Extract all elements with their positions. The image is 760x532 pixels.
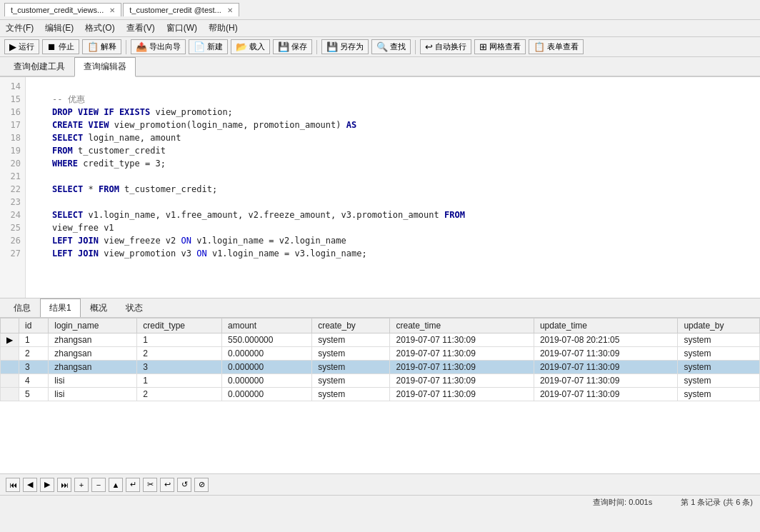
- cell-id: 3: [19, 361, 49, 374]
- menu-item-格式(O)[interactable]: 格式(O): [84, 21, 116, 35]
- toolbar-btn-load[interactable]: 📂载入: [231, 39, 270, 54]
- cell-id: 4: [19, 374, 49, 388]
- run-icon: ▶: [9, 41, 16, 52]
- menu-item-窗口(W)[interactable]: 窗口(W): [165, 21, 199, 35]
- nav-btn-refresh[interactable]: ↺: [177, 478, 191, 492]
- bottom-tab-概况[interactable]: 概况: [81, 298, 116, 317]
- sub-tab-查询编辑器[interactable]: 查询编辑器: [74, 57, 136, 77]
- toolbar-btn-grid[interactable]: ⊞网格查看: [474, 39, 526, 54]
- row-indicator: [1, 361, 19, 374]
- cell-login_name: zhangsan: [49, 333, 137, 347]
- table-row[interactable]: ▶1zhangsan1550.000000system2019-07-07 11…: [1, 333, 760, 347]
- nav-btn-add[interactable]: +: [74, 478, 89, 492]
- code-line: DROP VIEW IF EXISTS view_promotion;: [31, 106, 754, 119]
- nav-btn-undo[interactable]: ↩: [160, 478, 174, 492]
- toolbar-btn-export[interactable]: 📤导出向导: [131, 39, 186, 54]
- cell-credit_type: 1: [137, 333, 222, 347]
- autorun-label: 自动换行: [435, 41, 466, 52]
- table-row[interactable]: 5lisi20.000000system2019-07-07 11:30:092…: [1, 388, 760, 401]
- menu-item-帮助(H)[interactable]: 帮助(H): [207, 21, 239, 35]
- title-bar: t_customer_credit_views... ✕ t_customer_…: [0, 0, 760, 20]
- sub-tab-查询创建工具[interactable]: 查询创建工具: [4, 57, 74, 76]
- col-header-update_time[interactable]: update_time: [534, 318, 677, 333]
- table-row[interactable]: 2zhangsan20.000000system2019-07-07 11:30…: [1, 347, 760, 361]
- col-header-id[interactable]: id: [19, 318, 49, 333]
- tab-1[interactable]: t_customer_credit_views... ✕: [4, 3, 121, 16]
- toolbar-btn-form[interactable]: 📋表单查看: [529, 39, 584, 54]
- form-icon: 📋: [534, 41, 545, 52]
- run-label: 运行: [19, 41, 34, 52]
- cell-amount: 0.000000: [222, 374, 312, 388]
- nav-btn-enter[interactable]: ↵: [126, 478, 140, 492]
- tab-1-label: t_customer_credit_views...: [11, 6, 104, 14]
- autorun-icon: ↩: [425, 41, 433, 52]
- tab-2[interactable]: t_customer_credit @test... ✕: [123, 3, 239, 16]
- menu-item-编辑(E)[interactable]: 编辑(E): [44, 21, 75, 35]
- cell-amount: 550.000000: [222, 333, 312, 347]
- cell-create_time: 2019-07-07 11:30:09: [390, 333, 534, 347]
- nav-btn-remove[interactable]: −: [91, 478, 106, 492]
- toolbar-btn-new[interactable]: 📄新建: [189, 39, 228, 54]
- nav-btn-first[interactable]: ⏮: [6, 478, 20, 492]
- col-header-create_time[interactable]: create_time: [390, 318, 534, 333]
- line-number-21: 21: [4, 170, 21, 183]
- nav-btn-next[interactable]: ▶: [40, 478, 54, 492]
- menu-item-文件(F)[interactable]: 文件(F): [4, 21, 35, 35]
- col-header-update_by[interactable]: update_by: [678, 318, 760, 333]
- nav-btn-clear[interactable]: ⊘: [194, 478, 209, 492]
- bottom-tab-结果1[interactable]: 结果1: [40, 298, 81, 317]
- form-label: 表单查看: [547, 41, 579, 52]
- toolbar-btn-run[interactable]: ▶运行: [4, 39, 39, 54]
- tab-1-close[interactable]: ✕: [109, 6, 115, 14]
- row-indicator: [1, 388, 19, 401]
- export-label: 导出向导: [149, 41, 181, 52]
- bottom-tab-信息[interactable]: 信息: [4, 298, 40, 317]
- toolbar-btn-save[interactable]: 💾保存: [273, 39, 312, 54]
- code-line: CREATE VIEW view_promotion(login_name, p…: [31, 119, 754, 131]
- sub-tabs: 查询创建工具查询编辑器: [0, 57, 760, 77]
- col-header-create_by[interactable]: create_by: [312, 318, 390, 333]
- load-label: 载入: [249, 41, 265, 52]
- new-label: 新建: [207, 41, 223, 52]
- code-line: [31, 196, 754, 209]
- toolbar-btn-saveas[interactable]: 💾另存为: [321, 39, 369, 54]
- nav-btn-cut[interactable]: ✂: [143, 478, 157, 492]
- table-row[interactable]: 4lisi10.000000system2019-07-07 11:30:092…: [1, 374, 760, 388]
- nav-btn-prev[interactable]: ◀: [23, 478, 37, 492]
- tab-2-close[interactable]: ✕: [227, 6, 233, 14]
- code-line: WHERE credit_type = 3;: [31, 157, 754, 170]
- load-icon: 📂: [236, 41, 247, 52]
- code-line: SELECT * FROM t_customer_credit;: [31, 183, 754, 196]
- toolbar-btn-find[interactable]: 🔍查找: [371, 39, 411, 54]
- tab-2-label: t_customer_credit @test...: [129, 6, 221, 14]
- results-area[interactable]: idlogin_namecredit_typeamountcreate_bycr…: [0, 318, 760, 473]
- nav-btn-up[interactable]: ▲: [109, 478, 123, 492]
- line-number-14: 14: [4, 80, 21, 93]
- nav-btn-last[interactable]: ⏭: [57, 478, 71, 492]
- toolbar-btn-autorun[interactable]: ↩自动换行: [420, 39, 471, 54]
- cell-create_time: 2019-07-07 11:30:09: [390, 374, 534, 388]
- toolbar-separator: [126, 40, 126, 54]
- menu-item-查看(V)[interactable]: 查看(V): [125, 21, 156, 35]
- col-header-amount[interactable]: amount: [222, 318, 312, 333]
- saveas-label: 另存为: [340, 41, 364, 52]
- cell-id: 2: [19, 347, 49, 361]
- row-indicator: [1, 374, 19, 388]
- line-number-19: 19: [4, 144, 21, 157]
- col-header-login_name[interactable]: login_name: [49, 318, 137, 333]
- cell-create_time: 2019-07-07 11:30:09: [390, 361, 534, 374]
- line-number-27: 27: [4, 247, 21, 260]
- cell-login_name: zhangsan: [49, 347, 137, 361]
- editor-area[interactable]: 1415161718192021222324252627 -- 优惠 DROP …: [0, 77, 760, 298]
- bottom-tab-状态[interactable]: 状态: [116, 298, 152, 317]
- toolbar-btn-stop[interactable]: ⏹停止: [42, 39, 79, 54]
- toolbar: ▶运行⏹停止📋解释📤导出向导📄新建📂载入💾保存💾另存为🔍查找↩自动换行⊞网格查看…: [0, 37, 760, 57]
- table-header: idlogin_namecredit_typeamountcreate_bycr…: [1, 318, 760, 333]
- table-row[interactable]: 3zhangsan30.000000system2019-07-07 11:30…: [1, 361, 760, 374]
- code-line: [31, 170, 754, 183]
- toolbar-btn-explain[interactable]: 📋解释: [82, 39, 121, 54]
- code-line: LEFT JOIN view_promotion v3 ON v1.login_…: [31, 247, 754, 260]
- col-header-credit_type[interactable]: credit_type: [137, 318, 222, 333]
- cell-credit_type: 2: [137, 388, 222, 401]
- code-content[interactable]: -- 优惠 DROP VIEW IF EXISTS view_promotion…: [26, 77, 760, 298]
